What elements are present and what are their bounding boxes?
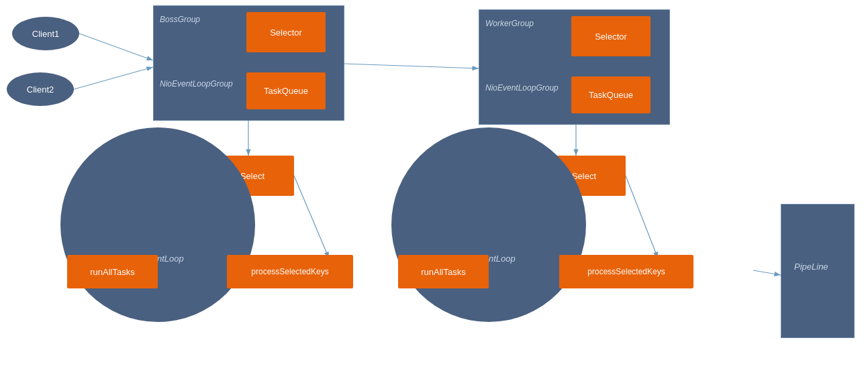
worker-runalltasks-label: runAllTasks <box>421 267 465 277</box>
boss-nioeventloop-circle <box>60 127 255 322</box>
client2-label: Client2 <box>27 85 54 95</box>
worker-nioeventloop-circle <box>391 127 586 322</box>
boss-processkeys-box: processSelectedKeys <box>227 255 353 288</box>
svg-line-7 <box>753 270 781 275</box>
worker-selector-box: Selector <box>571 16 650 56</box>
worker-taskqueue-box: TaskQueue <box>571 76 650 113</box>
worker-runalltasks-box: runAllTasks <box>398 255 489 288</box>
boss-selector-label: Selector <box>270 28 302 38</box>
pipeline-label: PipeLine <box>794 262 828 272</box>
svg-line-1 <box>79 34 153 60</box>
client2-ellipse: Client2 <box>7 72 74 106</box>
boss-taskqueue-box: TaskQueue <box>246 72 326 109</box>
diagram-canvas: Client1 Client2 BossGroup NioEventLoopGr… <box>0 0 868 383</box>
worker-selector-label: Selector <box>595 32 627 42</box>
client1-label: Client1 <box>32 29 59 39</box>
svg-line-2 <box>74 67 153 89</box>
worker-processkeys-box: processSelectedKeys <box>559 255 693 288</box>
worker-nioeventloopgroup-label: NioEventLoopGroup <box>485 83 559 93</box>
boss-taskqueue-label: TaskQueue <box>264 86 308 96</box>
svg-line-8 <box>344 64 479 68</box>
boss-runalltasks-label: runAllTasks <box>90 267 134 277</box>
worker-group-label: WorkerGroup <box>485 19 534 28</box>
worker-select-label: Select <box>572 171 596 181</box>
worker-taskqueue-label: TaskQueue <box>589 90 633 100</box>
boss-processkeys-label: processSelectedKeys <box>251 267 328 276</box>
boss-runalltasks-box: runAllTasks <box>67 255 158 288</box>
boss-selector-box: Selector <box>246 12 326 52</box>
boss-group-label: BossGroup <box>160 15 200 24</box>
boss-nioeventloopgroup-label: NioEventLoopGroup <box>160 79 233 89</box>
svg-line-6 <box>626 176 658 258</box>
worker-processkeys-label: processSelectedKeys <box>587 267 665 276</box>
client1-ellipse: Client1 <box>12 17 79 50</box>
svg-line-5 <box>294 176 329 258</box>
